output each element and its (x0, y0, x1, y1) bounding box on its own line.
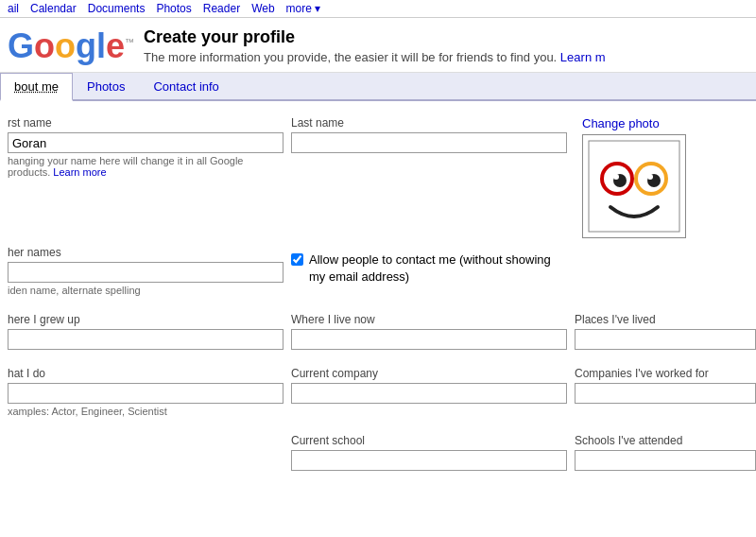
form-area: rst name hanging your name here will cha… (0, 101, 756, 490)
nav-web[interactable]: Web (251, 2, 274, 15)
tab-about[interactable]: bout me (0, 73, 73, 101)
tab-photos[interactable]: Photos (73, 73, 139, 101)
work-row: hat I do xamples: Actor, Engineer, Scien… (8, 363, 748, 424)
name-row: rst name hanging your name here will cha… (8, 113, 748, 238)
header-area: Google™ Create your profile The more inf… (0, 18, 756, 73)
nav-photos[interactable]: Photos (156, 2, 191, 15)
allow-contact-checkbox[interactable] (291, 253, 303, 266)
first-name-input[interactable] (8, 132, 284, 153)
places-lived-input[interactable] (575, 329, 756, 350)
current-school-input[interactable] (291, 450, 567, 471)
what-i-do-label: hat I do (8, 367, 284, 380)
schools-attended-label: Schools I've attended (575, 434, 756, 447)
where-grew-up-cell: here I grew up (8, 309, 291, 357)
schools-attended-cell: Schools I've attended (575, 430, 756, 478)
tab-contact[interactable]: Contact info (139, 73, 232, 101)
avatar-cell: Change photo (575, 113, 756, 238)
nav-reader[interactable]: Reader (203, 2, 240, 15)
other-names-label: her names (8, 246, 284, 259)
where-live-label: Where I live now (291, 313, 567, 326)
current-company-cell: Current company (291, 363, 575, 424)
current-school-label: Current school (291, 434, 567, 447)
avatar-image (582, 134, 686, 238)
where-live-input[interactable] (291, 329, 567, 350)
last-name-input[interactable] (291, 132, 567, 153)
school-row: Current school Schools I've attended (8, 430, 748, 478)
current-company-label: Current company (291, 367, 567, 380)
last-name-label: Last name (291, 116, 567, 130)
allow-contact-row: Allow people to contact me (without show… (291, 246, 567, 289)
what-i-do-hint: xamples: Actor, Engineer, Scientist (8, 406, 284, 417)
learn-more-link[interactable]: Learn m (560, 50, 606, 64)
companies-worked-label: Companies I've worked for (575, 367, 756, 380)
empty-cell (8, 430, 291, 478)
name-change-hint: hanging your name here will change it in… (8, 155, 284, 178)
current-company-input[interactable] (291, 383, 567, 404)
nav-more[interactable]: more ▾ (286, 2, 321, 15)
page-title: Create your profile (144, 27, 748, 47)
places-lived-cell: Places I've lived (575, 309, 756, 357)
name-learn-more-link[interactable]: Learn more (53, 166, 106, 178)
first-name-cell: rst name hanging your name here will cha… (8, 113, 291, 238)
svg-point-8 (647, 174, 653, 180)
svg-point-4 (613, 174, 619, 180)
nav-documents[interactable]: Documents (88, 2, 146, 15)
where-live-cell: Where I live now (291, 309, 575, 357)
current-school-cell: Current school (291, 430, 575, 478)
allow-contact-label: Allow people to contact me (without show… (309, 251, 567, 286)
where-grew-up-label: here I grew up (8, 313, 284, 326)
location-row: here I grew up Where I live now Places I… (8, 309, 748, 357)
google-logo: Google™ (8, 29, 134, 63)
allow-contact-cell: Allow people to contact me (without show… (291, 242, 575, 303)
companies-worked-cell: Companies I've worked for (575, 363, 756, 424)
companies-worked-input[interactable] (575, 383, 756, 404)
other-names-cell: her names iden name, alternate spelling (8, 242, 291, 303)
places-lived-label: Places I've lived (575, 313, 756, 326)
last-name-cell: Last name (291, 113, 575, 238)
other-names-hint: iden name, alternate spelling (8, 285, 284, 296)
what-i-do-input[interactable] (8, 383, 284, 404)
where-grew-up-input[interactable] (8, 329, 284, 350)
other-names-row: her names iden name, alternate spelling … (8, 242, 748, 303)
schools-attended-input[interactable] (575, 450, 756, 471)
header-text: Create your profile The more information… (144, 27, 748, 64)
change-photo-link[interactable]: Change photo (582, 116, 756, 130)
what-i-do-cell: hat I do xamples: Actor, Engineer, Scien… (8, 363, 291, 424)
smiley-svg (587, 139, 681, 234)
nav-mail[interactable]: ail (8, 2, 19, 15)
other-names-input[interactable] (8, 262, 284, 283)
nav-calendar[interactable]: Calendar (30, 2, 77, 15)
header-subtitle: The more information you provide, the ea… (144, 50, 748, 64)
top-nav: ail Calendar Documents Photos Reader Web… (0, 0, 756, 18)
tabs-container: bout me Photos Contact info (0, 73, 756, 101)
first-name-label: rst name (8, 116, 284, 130)
